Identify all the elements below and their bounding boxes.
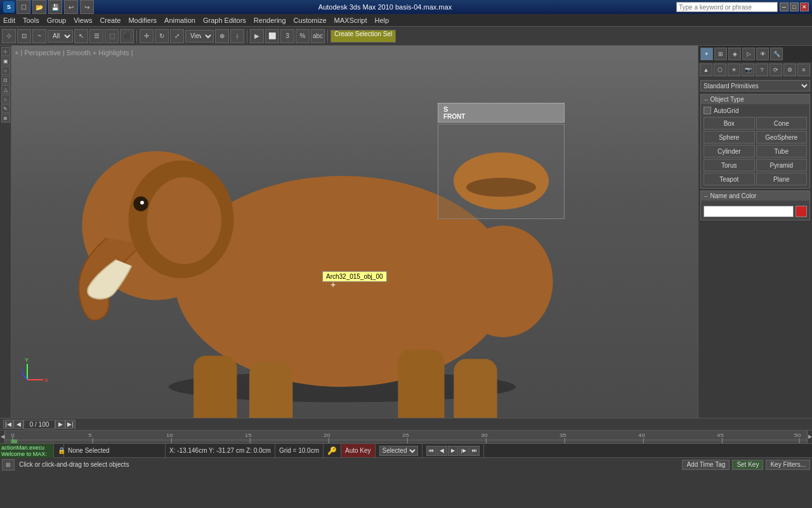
scale-icon[interactable]: ⤢ (170, 29, 184, 43)
save-btn[interactable]: 💾 (48, 0, 62, 14)
pb-next-key[interactable]: |▶ (459, 446, 469, 456)
menu-rendering[interactable]: Rendering (254, 17, 286, 24)
pb-prev-key[interactable]: ◀| (437, 446, 447, 456)
rotate-icon[interactable]: ↻ (155, 29, 169, 43)
pivot-icon[interactable]: ⊕ (215, 29, 229, 43)
menu-maxscript[interactable]: MAXScript (334, 17, 367, 24)
tick-container[interactable]: 0 5 10 15 20 25 30 35 40 45 50 (5, 431, 807, 443)
tl-prev[interactable]: ◀ (13, 420, 23, 429)
primitives-select[interactable]: Standard Primitives Extended Primitives … (700, 80, 810, 91)
tl-prev-key[interactable]: |◀ (3, 420, 13, 429)
set-key-btn[interactable]: Set Key (732, 460, 763, 470)
open-btn[interactable]: 📂 (32, 0, 46, 14)
percent-icon[interactable]: % (296, 29, 310, 43)
pb-last[interactable]: ⏭ (469, 446, 480, 456)
rp-icon-systems[interactable]: ⚙ (783, 64, 796, 76)
lt-icon-5[interactable]: △ (1, 85, 10, 94)
btn-plane[interactable]: Plane (756, 173, 808, 185)
add-time-tag-btn[interactable]: Add Time Tag (682, 460, 730, 470)
menu-modifiers[interactable]: Modifiers (128, 17, 157, 24)
btn-box[interactable]: Box (704, 117, 755, 130)
btn-teapot[interactable]: Teapot (704, 173, 755, 185)
btn-cylinder[interactable]: Cylinder (704, 145, 755, 157)
viewport[interactable]: + | Perspective | Smooth + Highlights | (11, 46, 698, 418)
lt-icon-7[interactable]: ✎ (1, 104, 10, 113)
select-icon[interactable]: ⊹ (2, 29, 16, 43)
autogrid-checkbox[interactable] (704, 107, 711, 114)
object-type-header[interactable]: – Object Type (701, 95, 809, 104)
menu-edit[interactable]: Edit (3, 17, 15, 24)
snap-icon[interactable]: ⟊ (230, 29, 244, 43)
auto-key-section[interactable]: Auto Key (341, 444, 376, 457)
menu-tools[interactable]: Tools (23, 17, 39, 24)
pb-play[interactable]: ▶ (448, 446, 458, 456)
color-swatch[interactable] (796, 206, 807, 217)
create-selection-btn[interactable]: Create Selection Sel (331, 30, 396, 43)
menu-views[interactable]: Views (74, 17, 92, 24)
rp-tab-display[interactable]: 👁 (756, 48, 769, 60)
btn-pyramid[interactable]: Pyramid (756, 159, 808, 171)
region-icon[interactable]: ⊡ (17, 29, 31, 43)
redo-btn[interactable]: ↪ (80, 0, 94, 14)
rp-tab-hierarchy[interactable]: ◈ (728, 48, 741, 60)
renderframe-icon[interactable]: ⬜ (265, 29, 279, 43)
select-name-icon[interactable]: ☰ (89, 29, 103, 43)
timeline-left-expand[interactable]: ◀ (0, 431, 5, 443)
rp-icon-extra[interactable]: ≡ (797, 64, 810, 76)
search-input[interactable] (676, 2, 778, 12)
name-color-header[interactable]: – Name and Color (701, 191, 809, 201)
pb-first[interactable]: ⏮ (426, 446, 436, 456)
undo-btn[interactable]: ↩ (64, 0, 78, 14)
rp-icon-lights[interactable]: ☀ (728, 64, 740, 76)
menu-customize[interactable]: Customize (294, 17, 327, 24)
btn-tube[interactable]: Tube (756, 145, 808, 157)
btn-torus[interactable]: Torus (704, 159, 755, 171)
rp-icon-cameras[interactable]: 📷 (742, 64, 754, 76)
name-input[interactable] (704, 206, 794, 217)
new-btn[interactable]: ☐ (16, 0, 30, 14)
close-button[interactable]: ✕ (800, 3, 809, 11)
lt-icon-8[interactable]: ⊗ (1, 114, 10, 123)
rp-icon-spacewarps[interactable]: ⟳ (769, 64, 782, 76)
rp-tab-create[interactable]: ✦ (700, 48, 713, 60)
rect-select-icon[interactable]: ⬚ (105, 29, 119, 43)
filter-select[interactable]: All (48, 30, 73, 43)
maximize-button[interactable]: □ (790, 3, 799, 11)
lt-icon-3[interactable]: ○ (1, 66, 10, 75)
lt-icon-4[interactable]: ⊡ (1, 76, 10, 84)
move-icon[interactable]: ✛ (140, 29, 154, 43)
minimize-button[interactable]: ─ (780, 3, 789, 11)
menu-graph-editors[interactable]: Graph Editors (203, 17, 246, 24)
titlebar: S ☐ 📂 💾 ↩ ↪ Autodesk 3ds Max 2010 basis-… (0, 0, 812, 14)
btn-sphere[interactable]: Sphere (704, 131, 755, 144)
selected-select[interactable]: Selected (379, 446, 418, 456)
tl-next[interactable]: ▶ (55, 420, 65, 429)
lt-icon-2[interactable]: ▣ (1, 57, 10, 65)
menu-animation[interactable]: Animation (164, 17, 195, 24)
render-icon[interactable]: ▶ (250, 29, 264, 43)
rp-icon-shapes[interactable]: ⬡ (714, 64, 726, 76)
rp-tab-utilities[interactable]: 🔧 (770, 48, 783, 60)
rp-icon-geo[interactable]: ▲ (700, 64, 712, 76)
abc-icon[interactable]: abc (311, 29, 325, 43)
ref-coord-select[interactable]: View (185, 30, 214, 43)
btn-cone[interactable]: Cone (756, 117, 808, 130)
tl-next-key[interactable]: ▶| (65, 420, 75, 429)
select-obj-icon[interactable]: ↖ (74, 29, 88, 43)
rp-tab-motion[interactable]: ▷ (742, 48, 755, 60)
key-filters-btn[interactable]: Key Filters... (766, 460, 810, 470)
rp-icon-helpers[interactable]: ? (756, 64, 768, 76)
3d-icon[interactable]: 3 (280, 29, 294, 43)
bt-snap-icon[interactable]: ⊞ (2, 459, 15, 471)
lasso-icon[interactable]: ~ (32, 29, 46, 43)
window-cross-icon[interactable]: ⬛ (120, 29, 134, 43)
rp-tab-modify[interactable]: ⊞ (714, 48, 727, 60)
btn-geosphere[interactable]: GeoSphere (756, 131, 808, 144)
menu-group[interactable]: Group (47, 17, 67, 24)
lt-icon-1[interactable]: ⊹ (1, 47, 10, 56)
lt-icon-6[interactable]: ⌂ (1, 95, 10, 104)
front-view-svg (444, 130, 558, 213)
timeline-right-expand[interactable]: ▶ (807, 431, 812, 443)
menu-help[interactable]: Help (375, 17, 390, 24)
menu-create[interactable]: Create (100, 17, 121, 24)
